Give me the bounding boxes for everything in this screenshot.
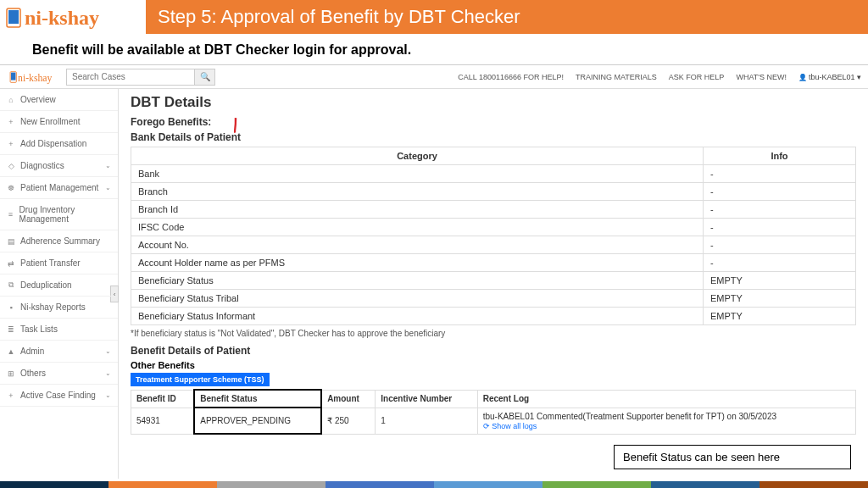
whats-new-link[interactable]: WHAT'S NEW! [736, 73, 787, 81]
sidebar-icon: ≡ [7, 210, 14, 219]
nikshay-logo-small: ni-kshay [7, 69, 61, 86]
search-box: 🔍 [66, 69, 215, 86]
sidebar-item-deduplication[interactable]: ⧉Deduplication [0, 274, 118, 297]
sidebar-icon: ⊞ [7, 369, 15, 378]
sidebar-item-patient-management[interactable]: ☸Patient Management⌄ [0, 177, 118, 199]
cell-category: Account Holder name as per PFMS [131, 254, 704, 272]
cell-info: - [704, 254, 856, 272]
col-incentive: Incentive Number [376, 390, 477, 408]
sidebar-icon: + [7, 391, 15, 400]
sidebar-icon: ⧉ [7, 280, 15, 290]
sidebar-item-patient-transfer[interactable]: ⇄Patient Transfer [0, 252, 118, 274]
sidebar-item-label: Adherence Summary [20, 236, 100, 246]
sidebar-item-add-dispensation[interactable]: +Add Dispensation [0, 133, 118, 155]
sidebar-item-overview[interactable]: ⌂Overview [0, 89, 118, 111]
table-row: Branch- [131, 183, 856, 201]
benefit-table: Benefit ID Benefit Status Amount Incenti… [131, 389, 856, 435]
sidebar-item-admin[interactable]: ▲Admin⌄ [0, 341, 118, 363]
cell-recent-log: tbu-KABEL01 Commented(Treatment Supporte… [477, 408, 855, 434]
cell-category: Branch [131, 183, 704, 201]
call-help-link[interactable]: CALL 1800116666 FOR HELP! [458, 73, 564, 81]
benefit-row: 54931 APPROVER_PENDING ₹ 250 1 tbu-KABEL… [131, 408, 856, 434]
cell-incentive: 1 [376, 408, 477, 434]
sidebar-item-label: Others [20, 369, 46, 378]
sidebar-item-ni-kshay-reports[interactable]: ▪Ni-kshay Reports [0, 297, 118, 319]
slide-header: ni-kshay Step 5: Approval of Benefit by … [0, 0, 868, 34]
search-input[interactable] [67, 69, 194, 85]
sidebar-item-diagnostics[interactable]: ◇Diagnostics⌄ [0, 155, 118, 177]
table-row: Account No.- [131, 236, 856, 254]
col-amount: Amount [321, 390, 376, 408]
cell-category: Beneficiary Status Informant [131, 308, 704, 325]
chevron-down-icon: ⌄ [105, 369, 111, 377]
top-nav: ni-kshay 🔍 CALL 1800116666 FOR HELP! TRA… [0, 65, 868, 89]
col-category: Category [131, 147, 704, 165]
sidebar-item-new-enrollment[interactable]: +New Enrollment [0, 111, 118, 133]
cell-category: IFSC Code [131, 219, 704, 236]
top-links: CALL 1800116666 FOR HELP! TRAINING MATER… [458, 73, 861, 81]
cell-amount: ₹ 250 [321, 408, 376, 434]
col-benefit-status: Benefit Status [194, 390, 321, 408]
page-title: DBT Details [131, 94, 856, 111]
sidebar-item-label: Task Lists [20, 324, 58, 334]
cell-info: - [704, 183, 856, 201]
sidebar-icon: ▪ [7, 303, 15, 312]
cell-category: Beneficiary Status [131, 272, 704, 290]
sidebar-icon: ⌂ [7, 96, 15, 104]
cell-info: - [704, 165, 856, 183]
main-content: DBT Details Forego Benefits: 〳 Bank Deta… [119, 89, 868, 479]
svg-text:ni-kshay: ni-kshay [25, 7, 99, 29]
sidebar-icon: ▲ [7, 347, 15, 356]
bank-details-table: Category Info Bank-Branch-Branch Id-IFSC… [131, 147, 856, 325]
col-info: Info [704, 147, 856, 165]
callout-benefit-status: Benefit Status can be seen here [614, 445, 851, 469]
table-row: Beneficiary StatusEMPTY [131, 272, 856, 290]
sidebar-item-others[interactable]: ⊞Others⌄ [0, 363, 118, 385]
other-benefits-label: Other Benefits [131, 360, 856, 370]
cell-info: EMPTY [704, 308, 856, 325]
validation-note: *If beneficiary status is "Not Validated… [131, 329, 856, 338]
sidebar-icon: ◇ [7, 162, 15, 170]
cell-category: Branch Id [131, 201, 704, 219]
sidebar-item-label: Active Case Finding [20, 391, 96, 400]
chevron-down-icon: ⌄ [105, 162, 111, 169]
nikshay-logo-large: ni-kshay [0, 2, 146, 32]
cell-info: - [704, 219, 856, 236]
sidebar-item-label: Drug Inventory Management [19, 205, 111, 224]
svg-rect-1 [8, 10, 19, 24]
tss-badge: Treatment Supporter Scheme (TSS) [131, 373, 270, 386]
table-row: IFSC Code- [131, 219, 856, 236]
user-menu[interactable]: tbu-KABEL01 ▾ [798, 73, 861, 81]
training-link[interactable]: TRAINING MATERIALS [576, 73, 657, 81]
sidebar-item-task-lists[interactable]: ≣Task Lists [0, 319, 118, 341]
sidebar-item-label: Deduplication [20, 280, 72, 290]
sidebar-item-label: New Enrollment [20, 117, 81, 126]
sidebar-item-adherence-summary[interactable]: ▤Adherence Summary [0, 230, 118, 252]
table-row: Bank- [131, 165, 856, 183]
svg-text:ni-kshay: ni-kshay [18, 72, 52, 83]
sidebar-icon: + [7, 118, 15, 126]
chevron-down-icon: ⌄ [105, 391, 111, 399]
cell-category: Beneficiary Status Tribal [131, 290, 704, 308]
app-body: ‹ ⌂Overview+New Enrollment+Add Dispensat… [0, 89, 868, 479]
table-row: Beneficiary Status InformantEMPTY [131, 308, 856, 325]
search-button[interactable]: 🔍 [194, 69, 214, 85]
search-icon: 🔍 [200, 72, 210, 81]
sidebar-icon: + [7, 140, 15, 148]
sidebar-item-active-case-finding[interactable]: +Active Case Finding⌄ [0, 385, 118, 407]
sidebar-item-label: Patient Management [20, 183, 98, 192]
sidebar: ‹ ⌂Overview+New Enrollment+Add Dispensat… [0, 89, 119, 479]
table-row: Beneficiary Status TribalEMPTY [131, 290, 856, 308]
cell-info: - [704, 201, 856, 219]
cell-benefit-id: 54931 [131, 408, 195, 434]
sidebar-icon: ☸ [7, 184, 15, 192]
ask-help-link[interactable]: ASK FOR HELP [669, 73, 725, 81]
svg-rect-4 [11, 72, 15, 80]
show-all-logs-link[interactable]: Show all logs [483, 422, 537, 430]
sidebar-item-label: Admin [20, 347, 44, 356]
sidebar-item-label: Overview [20, 95, 56, 104]
cell-benefit-status: APPROVER_PENDING [194, 408, 321, 434]
table-row: Account Holder name as per PFMS- [131, 254, 856, 272]
benefit-section-title: Benefit Details of Patient [131, 345, 856, 357]
sidebar-item-drug-inventory-management[interactable]: ≡Drug Inventory Management [0, 199, 118, 230]
